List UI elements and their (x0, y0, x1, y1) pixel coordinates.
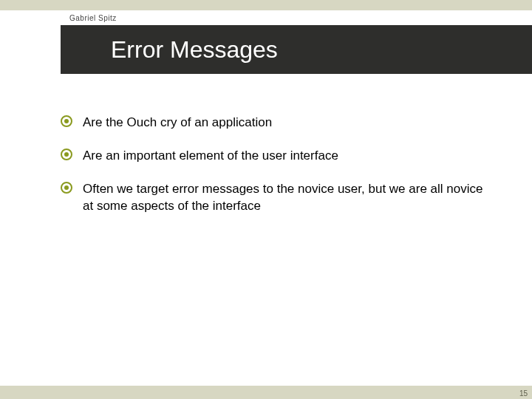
list-item: Often we target error messages to the no… (61, 181, 497, 215)
target-bullet-icon (61, 182, 72, 194)
slide-title: Error Messages (111, 36, 278, 64)
author-area: Gabriel Spitz (61, 10, 532, 25)
author-name: Gabriel Spitz (69, 14, 117, 22)
svg-point-3 (64, 152, 69, 157)
content-area: Are the Ouch cry of an application Are a… (61, 115, 497, 231)
bullet-text: Are an important element of the user int… (83, 148, 338, 165)
page-number: 15 (519, 389, 528, 398)
svg-point-5 (64, 185, 69, 190)
list-item: Are an important element of the user int… (61, 148, 497, 165)
bullet-text: Often we target error messages to the no… (83, 181, 497, 215)
target-bullet-icon (61, 115, 72, 127)
top-accent-bar (0, 0, 532, 10)
title-bar: Error Messages (61, 25, 532, 74)
bullet-text: Are the Ouch cry of an application (83, 115, 272, 132)
bottom-accent-bar (0, 386, 532, 399)
slide: Gabriel Spitz Error Messages Are the Ouc… (0, 0, 532, 399)
svg-point-1 (64, 119, 69, 123)
target-bullet-icon (61, 149, 72, 160)
list-item: Are the Ouch cry of an application (61, 115, 497, 132)
